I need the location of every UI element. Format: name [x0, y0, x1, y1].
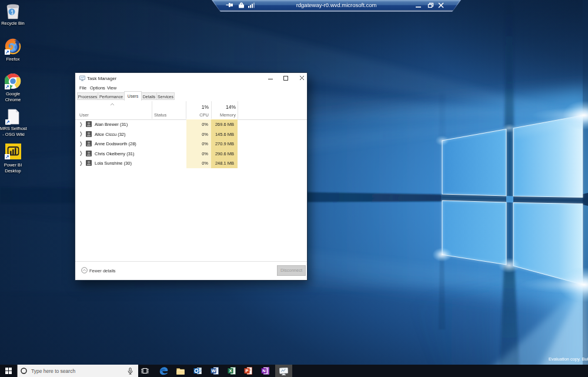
svg-text:P: P	[245, 368, 248, 373]
svg-text:N: N	[262, 368, 265, 373]
svg-text:X: X	[229, 368, 232, 373]
svg-text:W: W	[211, 368, 216, 373]
